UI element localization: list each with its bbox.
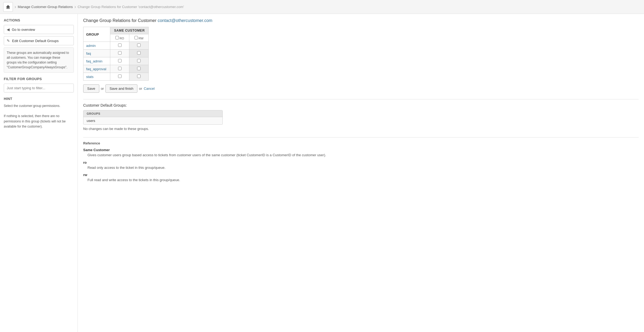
ro-cell-faq_admin bbox=[110, 57, 129, 65]
groups-box-body: users bbox=[83, 117, 222, 124]
rw-checkbox-faq[interactable] bbox=[137, 51, 141, 55]
group-col-header: GROUP bbox=[83, 27, 110, 42]
group-link-faq_admin[interactable]: faq_admin bbox=[86, 59, 103, 63]
rw-checkbox-admin[interactable] bbox=[137, 43, 141, 47]
edit-customer-default-groups-button[interactable]: ✎ Edit Customer Default Groups bbox=[4, 36, 74, 45]
rw-cell-faq bbox=[129, 50, 149, 57]
page-title-prefix: Change Group Relations for Customer bbox=[83, 18, 158, 23]
rw-header-checkbox[interactable] bbox=[134, 36, 138, 39]
hint-section: Hint Select the customer:group permissio… bbox=[4, 97, 74, 129]
divider-2 bbox=[83, 137, 639, 137]
ro-checkbox-faq[interactable] bbox=[118, 51, 122, 55]
reference-section: Same CustomerGives customer users group … bbox=[83, 148, 639, 183]
ref-def-ro: Read only access to the ticket in this g… bbox=[87, 165, 639, 170]
rw-checkbox-faq_admin[interactable] bbox=[137, 59, 141, 62]
hint-text: Select the customer:group permissions. I… bbox=[4, 103, 74, 129]
group-cell-admin: admin bbox=[83, 42, 110, 50]
table-row: faq bbox=[83, 50, 149, 57]
or-2: or bbox=[139, 87, 142, 91]
group-cell-faq: faq bbox=[83, 50, 110, 57]
table-row: faq_approval bbox=[83, 65, 149, 73]
hint-title: Hint bbox=[4, 97, 74, 101]
group-link-faq_approval[interactable]: faq_approval bbox=[86, 67, 106, 71]
rw-cell-faq_approval bbox=[129, 65, 149, 73]
ref-term-rw: rw bbox=[83, 173, 639, 177]
filter-input[interactable] bbox=[4, 84, 74, 92]
table-row: admin bbox=[83, 42, 149, 50]
breadcrumb-sep-1: › bbox=[14, 4, 16, 10]
ref-term-ro: ro bbox=[83, 161, 639, 165]
rw-checkbox-stats[interactable] bbox=[137, 74, 141, 78]
rw-header: RW bbox=[129, 34, 149, 42]
ro-cell-stats bbox=[110, 73, 129, 81]
ro-checkbox-admin[interactable] bbox=[118, 43, 122, 47]
actions-title: Actions bbox=[4, 18, 74, 22]
action-row: Save or Save and finish or Cancel bbox=[83, 84, 639, 93]
groups-box: GROUPS users bbox=[83, 110, 223, 125]
customer-default-groups-title: Customer Default Groups: bbox=[83, 103, 639, 107]
group-link-admin[interactable]: admin bbox=[86, 44, 96, 48]
group-cell-stats: stats bbox=[83, 73, 110, 81]
ro-checkbox-faq_admin[interactable] bbox=[118, 59, 122, 62]
go-to-overview-label: Go to overview bbox=[12, 28, 35, 32]
main-content: Change Group Relations for Customer cont… bbox=[78, 14, 644, 332]
ro-checkbox-faq_approval[interactable] bbox=[118, 67, 122, 70]
divider-1 bbox=[83, 99, 639, 99]
sidebar: Actions ◀ Go to overview ✎ Edit Customer… bbox=[0, 14, 78, 332]
group-cell-faq_approval: faq_approval bbox=[83, 65, 110, 73]
filter-title: Filter for Groups bbox=[4, 77, 74, 81]
edit-customer-default-groups-label: Edit Customer Default Groups bbox=[12, 39, 58, 43]
page-title: Change Group Relations for Customer cont… bbox=[83, 18, 639, 23]
ref-def-rw: Full read and write access to the ticket… bbox=[87, 177, 639, 183]
group-cell-faq_admin: faq_admin bbox=[83, 57, 110, 65]
save-button[interactable]: Save bbox=[83, 84, 99, 93]
table-row: faq_admin bbox=[83, 57, 149, 65]
ro-cell-faq_approval bbox=[110, 65, 129, 73]
go-to-overview-button[interactable]: ◀ Go to overview bbox=[4, 25, 74, 34]
or-1: or bbox=[101, 87, 104, 91]
ro-cell-faq bbox=[110, 50, 129, 57]
breadcrumb-bar: › Manage Customer-Group Relations › Chan… bbox=[0, 0, 644, 14]
table-row: stats bbox=[83, 73, 149, 81]
rw-cell-faq_admin bbox=[129, 57, 149, 65]
breadcrumb-change-group: Change Group Relations for Customer 'con… bbox=[78, 5, 184, 9]
breadcrumb-manage[interactable]: Manage Customer-Group Relations bbox=[18, 5, 73, 9]
ref-term-same-customer: Same Customer bbox=[83, 148, 639, 152]
ro-header: RO bbox=[110, 34, 129, 42]
groups-box-header: GROUPS bbox=[83, 110, 222, 117]
cancel-button[interactable]: Cancel bbox=[144, 87, 155, 91]
layout: Actions ◀ Go to overview ✎ Edit Customer… bbox=[0, 14, 644, 332]
rw-cell-stats bbox=[129, 73, 149, 81]
group-link-stats[interactable]: stats bbox=[86, 75, 93, 79]
ref-def-same-customer: Gives customer users group based access … bbox=[87, 152, 639, 158]
no-changes-note: No changes can be made to these groups. bbox=[83, 127, 639, 131]
home-button[interactable] bbox=[3, 2, 13, 12]
reference-title: Reference bbox=[83, 141, 639, 145]
page-title-email: contact@othercustomer.com bbox=[158, 18, 212, 23]
filter-section: Filter for Groups bbox=[4, 77, 74, 92]
ro-header-checkbox[interactable] bbox=[115, 36, 119, 39]
rw-checkbox-faq_approval[interactable] bbox=[137, 67, 141, 70]
permissions-table: GROUP SAME CUSTOMER RO RW adminfaqfaq_ad bbox=[83, 27, 149, 81]
edit-icon: ✎ bbox=[7, 39, 10, 43]
info-box: These groups are automatically assigned … bbox=[4, 47, 74, 73]
info-text: These groups are automatically assigned … bbox=[7, 51, 69, 69]
rw-cell-admin bbox=[129, 42, 149, 50]
save-and-finish-button[interactable]: Save and finish bbox=[105, 84, 137, 93]
ro-cell-admin bbox=[110, 42, 129, 50]
same-customer-header: SAME CUSTOMER bbox=[110, 27, 149, 34]
breadcrumb-sep-2: › bbox=[74, 4, 76, 10]
back-icon: ◀ bbox=[7, 27, 10, 32]
group-link-faq[interactable]: faq bbox=[86, 51, 91, 55]
home-icon bbox=[6, 5, 10, 9]
ro-checkbox-stats[interactable] bbox=[118, 74, 122, 78]
